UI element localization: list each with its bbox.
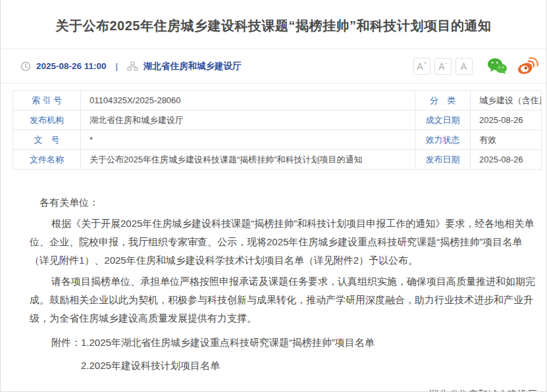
meta-separator: | [116, 61, 118, 71]
font-reset-label: A [461, 62, 467, 71]
index-number-value: 01104325X/2025-28060 [81, 91, 415, 110]
salutation: 各有关单位： [30, 193, 537, 212]
table-row: 索 引 号 01104325X/2025-28060 分 类 城乡建设（含住房） [13, 91, 542, 110]
weibo-share-icon[interactable] [517, 57, 538, 76]
font-increase-sign: + [424, 61, 427, 66]
issuing-agency-label: 发布机构 [13, 110, 81, 130]
notice-body: 各有关单位： 根据《关于开展2025年住房城乡建设科技课题“揭榜挂帅”和科技计划… [30, 193, 537, 392]
table-row: 文 号 * 效力状态 有效 [13, 130, 542, 150]
category-value: 城乡建设（含住房） [471, 91, 542, 110]
table-row: 文件名称 关于公布2025年住房城乡建设科技课题“揭榜挂帅”和科技计划项目的通知… [13, 150, 542, 170]
meta-controls: A+ A- A [409, 57, 538, 76]
publish-time: 2025-08-26 11:00 [36, 61, 107, 71]
attachment-item-2: 2.2025年建设科技计划项目名单 [81, 356, 375, 375]
doc-number-label: 文 号 [13, 130, 81, 150]
meta-info: 2025-08-26 11:00 | 湖北省住房和城乡建设厅 [20, 61, 242, 72]
font-increase-button[interactable]: A+ [413, 58, 430, 75]
attachments-list: 1.2025年湖北省住房城乡建设重点科技研究课题“揭榜挂帅”项目名单 2.202… [81, 333, 375, 380]
meta-bar: 2025-08-26 11:00 | 湖北省住房和城乡建设厅 A+ A- A [1, 49, 546, 84]
sitemap-icon [127, 61, 138, 72]
doc-title-label: 文件名称 [13, 150, 81, 170]
body-paragraph-1: 根据《关于开展2025年住房城乡建设科技课题“揭榜挂帅”和科技计划项目申报工作的… [30, 214, 537, 270]
written-date-label: 成文日期 [415, 110, 471, 130]
publish-date-label: 发布日期 [415, 150, 471, 170]
category-label: 分 类 [415, 91, 471, 110]
issuing-agency-value: 湖北省住房和城乡建设厅 [81, 110, 415, 130]
doc-title-value: 关于公布2025年住房城乡建设科技课题“揭榜挂帅”和科技计划项目的通知 [81, 150, 415, 170]
clock-icon [20, 61, 31, 72]
validity-status-value: 有效 [471, 130, 542, 150]
wechat-share-icon[interactable] [487, 57, 508, 75]
written-date-value: 2025-08-26 [471, 110, 542, 130]
attachments-label: 附件： [30, 333, 81, 380]
page-title: 关于公布2025年住房城乡建设科技课题“揭榜挂帅”和科技计划项目的通知 [30, 17, 517, 35]
index-number-label: 索 引 号 [13, 91, 81, 110]
notice-page: 关于公布2025年住房城乡建设科技课题“揭榜挂帅”和科技计划项目的通知 2025… [0, 0, 547, 392]
font-reset-button[interactable]: A [456, 58, 473, 75]
font-decrease-sign: - [446, 61, 448, 66]
doc-number-value: * [81, 130, 415, 150]
font-increase-label: A [417, 62, 423, 71]
document-info-table: 索 引 号 01104325X/2025-28060 分 类 城乡建设（含住房）… [13, 90, 542, 170]
body-paragraph-2: 请各项目揭榜单位、承担单位严格按照申报承诺及课题任务要求，认真组织实施，确保项目… [30, 272, 537, 328]
table-row: 发布机构 湖北省住房和城乡建设厅 成文日期 2025-08-26 [13, 110, 542, 130]
validity-status-label: 效力状态 [415, 130, 471, 150]
font-decrease-button[interactable]: A- [434, 58, 452, 75]
attachment-item-1: 1.2025年湖北省住房城乡建设重点科技研究课题“揭榜挂帅”项目名单 [81, 333, 375, 352]
publish-date-value: 2025-08-26 [471, 150, 542, 170]
attachments-block: 附件： 1.2025年湖北省住房城乡建设重点科技研究课题“揭榜挂帅”项目名单 2… [30, 333, 537, 380]
source-link[interactable]: 湖北省住房和城乡建设厅 [143, 61, 242, 72]
font-decrease-label: A [438, 62, 444, 71]
signature: 湖北省住房和城乡建设厅 [30, 385, 537, 392]
